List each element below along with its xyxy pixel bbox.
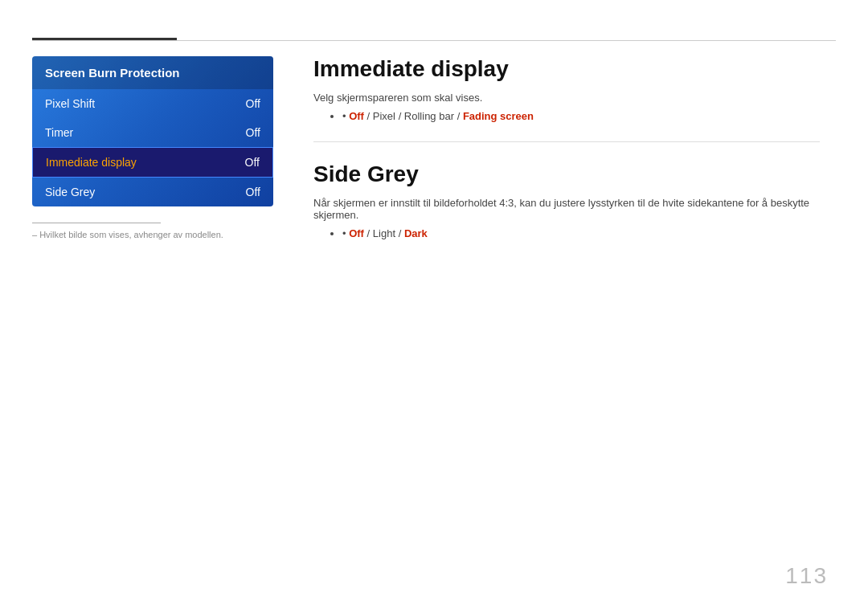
section1-desc: Velg skjermspareren som skal vises. — [313, 92, 820, 104]
bullet-sep5: / — [399, 227, 404, 239]
section1-title: Immediate display — [313, 56, 820, 82]
menu-value-timer: Off — [246, 126, 260, 139]
bullet-sep3: / — [457, 110, 463, 122]
section-divider — [313, 141, 820, 142]
footnote-divider — [32, 223, 161, 223]
menu-label-immediate-display: Immediate display — [46, 156, 137, 169]
menu-value-immediate-display: Off — [245, 156, 260, 169]
page-number: 113 — [785, 563, 828, 589]
footnote-text: – Hvilket bilde som vises, avhenger av m… — [32, 230, 273, 239]
bullet-fading: Fading screen — [463, 110, 534, 122]
top-divider — [32, 40, 836, 41]
section2-bullet: • Off / Light / Dark — [342, 227, 820, 239]
bullet-rolling: Rolling bar — [404, 110, 454, 122]
section2-title: Side Grey — [313, 161, 820, 187]
menu-label-timer: Timer — [45, 126, 73, 139]
menu-box: Screen Burn Protection Pixel Shift Off T… — [32, 56, 273, 206]
bullet-sep1: / — [367, 110, 373, 122]
bullet-sep2: / — [399, 110, 404, 122]
menu-item-pixel-shift[interactable]: Pixel Shift Off — [32, 89, 273, 118]
bullet-off-2: Off — [349, 227, 364, 239]
menu-value-pixel-shift: Off — [246, 97, 260, 110]
right-content: Immediate display Velg skjermspareren so… — [313, 56, 820, 243]
menu-item-immediate-display[interactable]: Immediate display Off — [32, 147, 273, 178]
menu-item-side-grey[interactable]: Side Grey Off — [32, 178, 273, 206]
menu-item-timer[interactable]: Timer Off — [32, 118, 273, 147]
section2-desc: Når skjermen er innstilt til bildeforhol… — [313, 197, 820, 221]
bullet-pixel: Pixel — [373, 110, 395, 122]
menu-title: Screen Burn Protection — [32, 56, 273, 89]
section1-bullet: • Off / Pixel / Rolling bar / Fading scr… — [342, 110, 820, 122]
menu-value-side-grey: Off — [246, 186, 260, 198]
menu-label-pixel-shift: Pixel Shift — [45, 97, 95, 110]
bullet-off-1: Off — [349, 110, 364, 122]
left-panel: Screen Burn Protection Pixel Shift Off T… — [32, 56, 273, 239]
bullet-light: Light — [373, 227, 395, 239]
bullet-dark: Dark — [404, 227, 428, 239]
bullet-sep4: / — [367, 227, 373, 239]
menu-label-side-grey: Side Grey — [45, 186, 95, 198]
